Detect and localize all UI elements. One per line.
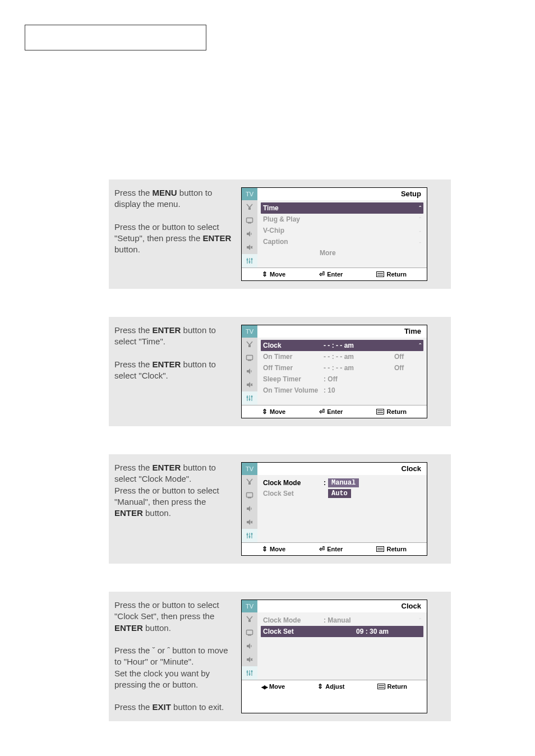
footer-return: Return (376, 546, 406, 552)
step-block: Press the or button to select "Clock Set… (109, 592, 451, 721)
menu-sidebar (242, 612, 257, 680)
svg-line-0 (247, 204, 250, 208)
menu-row[interactable]: Off Timer - - : - - am Off (261, 362, 423, 374)
svg-rect-33 (247, 493, 253, 497)
svg-point-12 (247, 259, 248, 261)
menu-sidebar (242, 338, 257, 405)
svg-point-27 (247, 397, 248, 398)
menu-content: Time ˆ Plug & Play ˆ V-Chip - Caption - … (257, 200, 427, 268)
menu-footer: MoveEnterReturn (242, 268, 427, 280)
sliders-icon (242, 254, 257, 268)
footer-enter: Enter (319, 545, 343, 553)
step-block: Press the ENTER button to select "Time".… (109, 317, 451, 426)
svg-line-30 (247, 479, 250, 482)
menu-row[interactable]: On Timer - - : - - am Off (261, 351, 423, 362)
step-instructions: Press the or button to select "Clock Set… (114, 600, 234, 713)
svg-rect-47 (248, 620, 251, 622)
svg-point-59 (251, 671, 253, 672)
menu-row[interactable]: Sleep Timer : Off (261, 374, 423, 385)
tv-menu: TV Clock Clock Mode : Manual Clock Set A… (241, 462, 427, 556)
menu-row[interactable]: On Timer Volume : 10 (261, 385, 423, 396)
svg-rect-4 (248, 223, 251, 224)
svg-line-31 (250, 479, 252, 482)
svg-marker-21 (247, 382, 250, 388)
svg-rect-2 (248, 208, 251, 210)
svg-rect-48 (247, 630, 253, 635)
tv-tag: TV (242, 463, 257, 475)
step-block: Press the ENTER button to select "Clock … (109, 454, 451, 564)
svg-rect-17 (248, 345, 251, 347)
svg-point-58 (249, 674, 251, 675)
tv-tag: TV (242, 600, 257, 612)
svg-rect-3 (247, 218, 253, 223)
svg-point-29 (251, 396, 253, 398)
tv-tag: TV (242, 325, 257, 338)
svg-line-15 (247, 342, 250, 345)
step-instructions: Press the MENU button to display the men… (114, 187, 234, 281)
footer-return: Return (376, 408, 406, 415)
menu-footer: MoveEnterReturn (242, 405, 427, 418)
menu-row[interactable]: Clock Mode : Manual (261, 477, 423, 488)
menu-row[interactable]: Clock - - : - - am ˆ (261, 340, 423, 351)
sliders-icon (242, 529, 257, 542)
menu-sidebar (242, 475, 257, 542)
menu-row[interactable]: Caption - (261, 236, 423, 247)
svg-marker-6 (247, 245, 250, 250)
footer-return: Return (377, 683, 407, 690)
svg-rect-18 (247, 356, 253, 360)
menu-row[interactable]: Clock Set Auto (261, 488, 423, 499)
menu-title: Setup (257, 188, 427, 200)
menu-title: Time (257, 325, 427, 338)
menu-title: Clock (257, 463, 427, 475)
menu-row-more[interactable]: More (261, 247, 423, 259)
menu-footer: MoveEnterReturn (242, 542, 427, 555)
menu-footer: MoveAdjustReturn (242, 680, 427, 693)
menu-row[interactable]: Plug & Play ˆ (261, 214, 423, 225)
svg-rect-32 (248, 482, 251, 485)
screen-icon (242, 351, 257, 365)
footer-enter: Enter (319, 270, 343, 278)
speaker-icon (242, 639, 257, 653)
footer-move: Move (262, 408, 285, 416)
antenna-icon (242, 475, 257, 488)
menu-content: Clock Mode : Manual Clock Set Auto (257, 475, 427, 542)
svg-rect-49 (248, 635, 251, 636)
svg-line-16 (250, 342, 252, 345)
menu-row[interactable]: Time ˆ (261, 202, 423, 214)
svg-rect-19 (248, 360, 251, 361)
svg-point-44 (251, 533, 253, 535)
menu-row[interactable]: Clock Set09 : 30 am (261, 626, 423, 637)
svg-marker-5 (247, 231, 250, 237)
svg-point-28 (249, 399, 251, 400)
svg-marker-20 (247, 368, 250, 374)
menu-row[interactable]: V-Chip - (261, 225, 423, 236)
speaker-icon (242, 227, 257, 241)
speaker-icon (242, 365, 257, 378)
svg-line-45 (247, 616, 250, 620)
svg-line-1 (250, 204, 252, 208)
tv-menu: TV Clock Clock Mode: ManualˆClock Set09 … (241, 600, 427, 713)
svg-line-46 (250, 616, 252, 620)
sliders-icon (242, 666, 257, 680)
screen-icon (242, 626, 257, 639)
svg-point-43 (249, 536, 251, 538)
footer-adjust: Adjust (317, 683, 344, 690)
step-block: Press the MENU button to display the men… (109, 179, 451, 289)
antenna-icon (242, 200, 257, 214)
footer-return: Return (376, 271, 406, 278)
speaker-icon (242, 502, 257, 515)
menu-title: Clock (257, 600, 427, 612)
header-empty-box (25, 25, 206, 50)
mute-icon (242, 515, 257, 529)
antenna-icon (242, 612, 257, 626)
svg-rect-34 (248, 497, 251, 499)
step-instructions: Press the ENTER button to select "Time".… (114, 325, 234, 418)
menu-row[interactable]: Clock Mode: Manualˆ (261, 615, 423, 626)
menu-content: Clock - - : - - am ˆ On Timer - - : - - … (257, 338, 427, 405)
footer-move: Move (262, 270, 285, 278)
svg-marker-35 (247, 506, 250, 511)
screen-icon (242, 488, 257, 502)
svg-point-14 (251, 259, 253, 260)
tv-menu: TV Setup Time ˆ Plug & Play ˆ V-Chip - (241, 187, 427, 281)
step-instructions: Press the ENTER button to select "Clock … (114, 462, 234, 556)
